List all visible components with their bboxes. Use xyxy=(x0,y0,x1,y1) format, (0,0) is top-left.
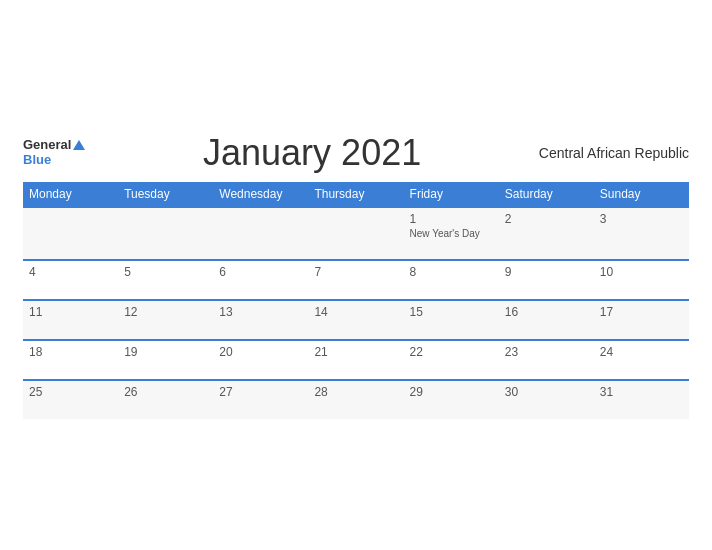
day-number: 6 xyxy=(219,265,302,279)
day-cell-0-5: 2 xyxy=(499,207,594,260)
day-number: 28 xyxy=(314,385,397,399)
day-cell-1-1: 5 xyxy=(118,260,213,300)
day-number: 10 xyxy=(600,265,683,279)
day-number: 16 xyxy=(505,305,588,319)
day-number: 15 xyxy=(410,305,493,319)
day-cell-2-5: 16 xyxy=(499,300,594,340)
logo: General Blue xyxy=(23,138,85,167)
day-number: 21 xyxy=(314,345,397,359)
calendar-header: General Blue January 2021 Central Africa… xyxy=(23,132,689,174)
day-cell-3-5: 23 xyxy=(499,340,594,380)
day-number: 30 xyxy=(505,385,588,399)
day-number: 18 xyxy=(29,345,112,359)
week-row-2: 45678910 xyxy=(23,260,689,300)
weekday-header-row: Monday Tuesday Wednesday Thursday Friday… xyxy=(23,182,689,207)
day-cell-0-0 xyxy=(23,207,118,260)
day-cell-0-3 xyxy=(308,207,403,260)
day-cell-2-4: 15 xyxy=(404,300,499,340)
day-cell-1-2: 6 xyxy=(213,260,308,300)
day-number: 20 xyxy=(219,345,302,359)
calendar-container: General Blue January 2021 Central Africa… xyxy=(11,122,701,429)
day-cell-3-0: 18 xyxy=(23,340,118,380)
day-cell-4-0: 25 xyxy=(23,380,118,419)
day-cell-3-1: 19 xyxy=(118,340,213,380)
header-saturday: Saturday xyxy=(499,182,594,207)
day-cell-2-2: 13 xyxy=(213,300,308,340)
day-cell-1-3: 7 xyxy=(308,260,403,300)
day-number: 3 xyxy=(600,212,683,226)
week-row-3: 11121314151617 xyxy=(23,300,689,340)
day-number: 7 xyxy=(314,265,397,279)
day-cell-3-2: 20 xyxy=(213,340,308,380)
day-cell-1-4: 8 xyxy=(404,260,499,300)
day-cell-0-4: 1New Year's Day xyxy=(404,207,499,260)
day-cell-4-2: 27 xyxy=(213,380,308,419)
week-row-1: 1New Year's Day23 xyxy=(23,207,689,260)
day-number: 25 xyxy=(29,385,112,399)
day-number: 12 xyxy=(124,305,207,319)
day-number: 2 xyxy=(505,212,588,226)
day-cell-2-0: 11 xyxy=(23,300,118,340)
calendar-grid: Monday Tuesday Wednesday Thursday Friday… xyxy=(23,182,689,419)
header-wednesday: Wednesday xyxy=(213,182,308,207)
day-number: 8 xyxy=(410,265,493,279)
day-cell-1-5: 9 xyxy=(499,260,594,300)
day-cell-2-1: 12 xyxy=(118,300,213,340)
header-thursday: Thursday xyxy=(308,182,403,207)
day-cell-2-6: 17 xyxy=(594,300,689,340)
week-row-5: 25262728293031 xyxy=(23,380,689,419)
header-sunday: Sunday xyxy=(594,182,689,207)
logo-general-text: General xyxy=(23,138,85,152)
day-cell-2-3: 14 xyxy=(308,300,403,340)
week-row-4: 18192021222324 xyxy=(23,340,689,380)
day-number: 5 xyxy=(124,265,207,279)
header-tuesday: Tuesday xyxy=(118,182,213,207)
day-cell-3-3: 21 xyxy=(308,340,403,380)
day-cell-0-6: 3 xyxy=(594,207,689,260)
day-number: 29 xyxy=(410,385,493,399)
day-cell-4-3: 28 xyxy=(308,380,403,419)
day-number: 19 xyxy=(124,345,207,359)
day-cell-0-2 xyxy=(213,207,308,260)
day-cell-1-6: 10 xyxy=(594,260,689,300)
day-number: 11 xyxy=(29,305,112,319)
logo-blue-text: Blue xyxy=(23,153,85,167)
day-cell-1-0: 4 xyxy=(23,260,118,300)
logo-triangle-icon xyxy=(73,140,85,150)
day-number: 24 xyxy=(600,345,683,359)
day-cell-4-1: 26 xyxy=(118,380,213,419)
day-number: 4 xyxy=(29,265,112,279)
day-number: 23 xyxy=(505,345,588,359)
calendar-country: Central African Republic xyxy=(539,145,689,161)
day-cell-3-4: 22 xyxy=(404,340,499,380)
day-number: 1 xyxy=(410,212,493,226)
day-number: 14 xyxy=(314,305,397,319)
day-number: 26 xyxy=(124,385,207,399)
calendar-title: January 2021 xyxy=(85,132,538,174)
day-cell-3-6: 24 xyxy=(594,340,689,380)
header-friday: Friday xyxy=(404,182,499,207)
day-cell-4-5: 30 xyxy=(499,380,594,419)
day-cell-4-6: 31 xyxy=(594,380,689,419)
day-number: 31 xyxy=(600,385,683,399)
day-number: 22 xyxy=(410,345,493,359)
holiday-label: New Year's Day xyxy=(410,228,493,239)
day-number: 27 xyxy=(219,385,302,399)
day-number: 13 xyxy=(219,305,302,319)
day-cell-0-1 xyxy=(118,207,213,260)
day-number: 9 xyxy=(505,265,588,279)
day-number: 17 xyxy=(600,305,683,319)
header-monday: Monday xyxy=(23,182,118,207)
day-cell-4-4: 29 xyxy=(404,380,499,419)
